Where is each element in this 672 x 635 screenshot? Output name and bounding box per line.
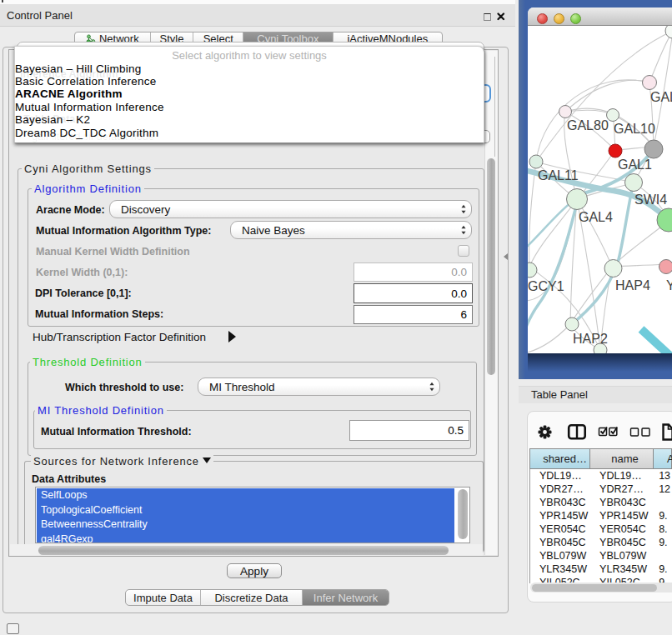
svg-text:GAL80: GAL80 <box>567 118 609 132</box>
svg-text:GAL2: GAL2 <box>650 90 672 104</box>
svg-text:GCY1: GCY1 <box>528 279 564 293</box>
svg-text:GAL4: GAL4 <box>579 210 613 224</box>
svg-text:HAP2: HAP2 <box>573 332 608 346</box>
svg-text:SWI4: SWI4 <box>634 192 667 207</box>
svg-text:GAL11: GAL11 <box>538 168 579 182</box>
svg-text:GAL10: GAL10 <box>614 122 655 136</box>
svg-text:HAP4: HAP4 <box>615 278 650 292</box>
svg-text:Y: Y <box>666 278 672 292</box>
svg-text:GAL1: GAL1 <box>618 158 652 172</box>
